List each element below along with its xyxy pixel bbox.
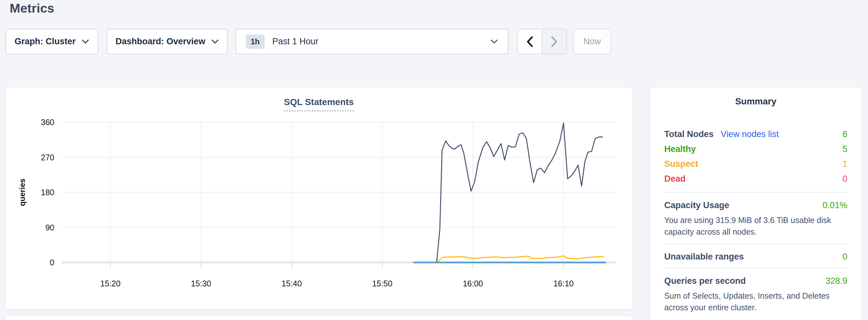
queries-per-second-section: Queries per second 328.9 Sum of Selects,… (664, 276, 847, 313)
divider (664, 244, 847, 244)
step-forward-button[interactable] (542, 29, 566, 54)
time-range-dropdown[interactable]: 1h Past 1 Hour (236, 29, 508, 54)
total-nodes-row: Total Nodes View nodes list 6 (664, 127, 847, 141)
sql-statements-chart-card: SQL Statements 09018027036015:2015:3015:… (5, 87, 632, 309)
y-tick-label: 90 (45, 223, 54, 232)
graph-dropdown-label: Graph: Cluster (14, 36, 76, 46)
capacity-usage-section: Capacity Usage 0.01% You are using 315.9… (664, 200, 847, 237)
unavailable-ranges-value: 0 (842, 252, 847, 262)
unavailable-ranges-section: Unavailable ranges 0 (664, 252, 847, 262)
y-tick-label: 0 (50, 258, 54, 267)
dead-nodes-row: Dead 0 (664, 171, 847, 186)
capacity-usage-value: 0.01% (823, 200, 847, 211)
series-total-statements (437, 123, 602, 262)
dashboard-dropdown-label: Dashboard: Overview (116, 36, 205, 46)
graph-dropdown[interactable]: Graph: Cluster (5, 29, 98, 54)
capacity-usage-label: Capacity Usage (664, 200, 729, 211)
chevron-down-icon (82, 39, 89, 44)
dashboard-dropdown[interactable]: Dashboard: Overview (107, 29, 228, 54)
unavailable-ranges-label: Unavailable ranges (664, 252, 744, 262)
time-range-label: Past 1 Hour (272, 36, 318, 46)
total-nodes-value: 6 (842, 129, 847, 139)
capacity-usage-description: You are using 315.9 MiB of 3.6 TiB usabl… (664, 214, 847, 237)
node-status-list: Total Nodes View nodes list 6 Healthy 5 … (664, 127, 847, 186)
suspect-nodes-label: Suspect (664, 159, 698, 169)
x-tick-label: 15:30 (191, 279, 211, 288)
dead-nodes-label: Dead (664, 174, 686, 184)
step-back-button[interactable] (518, 29, 542, 54)
queries-per-second-description: Sum of Selects, Updates, Inserts, and De… (664, 290, 847, 313)
view-nodes-list-link[interactable]: View nodes list (721, 129, 779, 139)
suspect-nodes-row: Suspect 1 (664, 156, 847, 171)
y-axis-label: queries (18, 179, 27, 206)
sql-statements-plot[interactable]: 09018027036015:2015:3015:4015:5016:0016:… (5, 87, 632, 309)
time-step-buttons (517, 29, 567, 54)
x-tick-label: 15:20 (100, 279, 121, 288)
dead-nodes-value: 0 (842, 174, 847, 184)
x-tick-label: 16:00 (463, 279, 483, 288)
healthy-nodes-value: 5 (842, 144, 847, 154)
summary-title: Summary (664, 96, 847, 107)
healthy-nodes-label: Healthy (664, 144, 696, 154)
y-tick-label: 180 (41, 188, 54, 197)
chevron-down-icon (490, 39, 498, 44)
total-nodes-label: Total Nodes (664, 129, 714, 139)
y-tick-label: 270 (41, 153, 54, 162)
x-tick-label: 15:40 (281, 279, 302, 288)
next-chart-card (5, 316, 632, 320)
chevron-left-icon (526, 36, 533, 47)
now-button[interactable]: Now (573, 29, 611, 54)
time-range-badge: 1h (246, 35, 265, 49)
x-tick-label: 15:50 (372, 279, 393, 288)
page-title: Metrics (10, 1, 54, 15)
x-tick-label: 16:10 (553, 279, 574, 288)
queries-per-second-value: 328.9 (825, 276, 847, 286)
queries-per-second-label: Queries per second (664, 276, 746, 286)
summary-panel: Summary Total Nodes View nodes list 6 He… (650, 87, 862, 320)
series-secondary-statements (437, 256, 603, 263)
divider (664, 268, 847, 268)
healthy-nodes-row: Healthy 5 (664, 141, 847, 156)
divider (664, 192, 847, 193)
chevron-right-icon (551, 36, 558, 47)
suspect-nodes-value: 1 (842, 159, 847, 169)
chevron-down-icon (211, 39, 219, 44)
y-tick-label: 360 (41, 118, 54, 127)
